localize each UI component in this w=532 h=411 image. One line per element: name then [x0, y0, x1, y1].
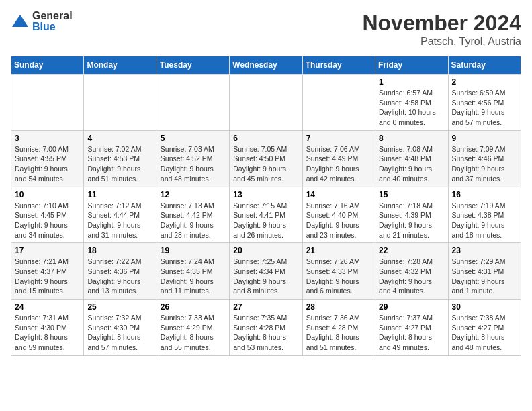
logo-icon [11, 12, 30, 31]
calendar-cell: 10Sunrise: 7:10 AM Sunset: 4:45 PM Dayli… [11, 187, 84, 243]
day-info: Sunrise: 7:35 AM Sunset: 4:28 PM Dayligh… [233, 313, 298, 353]
day-number: 21 [306, 246, 371, 255]
calendar-cell: 6Sunrise: 7:05 AM Sunset: 4:50 PM Daylig… [230, 130, 302, 187]
calendar-cell: 25Sunrise: 7:32 AM Sunset: 4:30 PM Dayli… [84, 300, 157, 356]
day-info: Sunrise: 7:18 AM Sunset: 4:39 PM Dayligh… [379, 201, 444, 240]
day-number: 25 [87, 302, 152, 312]
day-info: Sunrise: 7:19 AM Sunset: 4:38 PM Dayligh… [452, 201, 517, 240]
calendar-cell: 22Sunrise: 7:28 AM Sunset: 4:32 PM Dayli… [375, 243, 448, 300]
day-info: Sunrise: 7:29 AM Sunset: 4:31 PM Dayligh… [452, 257, 517, 296]
location-title: Patsch, Tyrol, Austria [362, 36, 521, 48]
logo-text: General Blue [32, 11, 73, 32]
calendar-week-row: 17Sunrise: 7:21 AM Sunset: 4:37 PM Dayli… [11, 243, 521, 300]
svg-marker-0 [12, 15, 28, 27]
day-info: Sunrise: 7:38 AM Sunset: 4:27 PM Dayligh… [452, 313, 517, 353]
day-info: Sunrise: 7:15 AM Sunset: 4:41 PM Dayligh… [233, 201, 298, 240]
calendar-cell: 24Sunrise: 7:31 AM Sunset: 4:30 PM Dayli… [11, 300, 84, 356]
day-info: Sunrise: 7:31 AM Sunset: 4:30 PM Dayligh… [15, 313, 80, 353]
calendar-body: 1Sunrise: 6:57 AM Sunset: 4:58 PM Daylig… [11, 75, 521, 356]
day-number: 8 [379, 134, 444, 143]
calendar-cell: 30Sunrise: 7:38 AM Sunset: 4:27 PM Dayli… [448, 300, 521, 356]
day-number: 17 [15, 246, 80, 255]
weekday-header: Thursday [302, 56, 375, 75]
weekday-header: Wednesday [230, 56, 302, 75]
day-info: Sunrise: 7:32 AM Sunset: 4:30 PM Dayligh… [87, 313, 152, 353]
calendar-cell: 18Sunrise: 7:22 AM Sunset: 4:36 PM Dayli… [84, 243, 157, 300]
day-info: Sunrise: 6:59 AM Sunset: 4:56 PM Dayligh… [452, 88, 517, 128]
day-info: Sunrise: 7:03 AM Sunset: 4:52 PM Dayligh… [161, 144, 226, 184]
day-info: Sunrise: 6:57 AM Sunset: 4:58 PM Dayligh… [379, 88, 444, 128]
day-number: 23 [452, 246, 517, 255]
calendar-cell: 16Sunrise: 7:19 AM Sunset: 4:38 PM Dayli… [448, 187, 521, 243]
calendar-week-row: 24Sunrise: 7:31 AM Sunset: 4:30 PM Dayli… [11, 300, 521, 356]
calendar-cell: 19Sunrise: 7:24 AM Sunset: 4:35 PM Dayli… [157, 243, 229, 300]
calendar-cell [230, 75, 302, 131]
calendar-cell: 1Sunrise: 6:57 AM Sunset: 4:58 PM Daylig… [375, 75, 448, 131]
calendar-cell [84, 75, 157, 131]
header: General Blue November 2024 Patsch, Tyrol… [11, 11, 521, 48]
day-number: 28 [306, 302, 371, 312]
day-number: 27 [233, 302, 298, 312]
calendar-cell: 29Sunrise: 7:37 AM Sunset: 4:27 PM Dayli… [375, 300, 448, 356]
logo-blue: Blue [32, 21, 73, 32]
day-number: 13 [233, 190, 298, 199]
day-number: 14 [306, 190, 371, 199]
day-number: 5 [161, 134, 226, 143]
day-number: 1 [379, 77, 444, 87]
calendar-table: SundayMondayTuesdayWednesdayThursdayFrid… [11, 56, 521, 356]
day-info: Sunrise: 7:21 AM Sunset: 4:37 PM Dayligh… [15, 257, 80, 296]
day-info: Sunrise: 7:08 AM Sunset: 4:48 PM Dayligh… [379, 144, 444, 184]
calendar-cell: 28Sunrise: 7:36 AM Sunset: 4:28 PM Dayli… [302, 300, 375, 356]
day-info: Sunrise: 7:05 AM Sunset: 4:50 PM Dayligh… [233, 144, 298, 184]
calendar-cell: 13Sunrise: 7:15 AM Sunset: 4:41 PM Dayli… [230, 187, 302, 243]
calendar-cell: 12Sunrise: 7:13 AM Sunset: 4:42 PM Dayli… [157, 187, 229, 243]
calendar-cell: 2Sunrise: 6:59 AM Sunset: 4:56 PM Daylig… [448, 75, 521, 131]
day-number: 10 [15, 190, 80, 199]
day-info: Sunrise: 7:36 AM Sunset: 4:28 PM Dayligh… [306, 313, 371, 353]
calendar-cell: 27Sunrise: 7:35 AM Sunset: 4:28 PM Dayli… [230, 300, 302, 356]
day-number: 20 [233, 246, 298, 255]
calendar-cell: 7Sunrise: 7:06 AM Sunset: 4:49 PM Daylig… [302, 130, 375, 187]
day-number: 15 [379, 190, 444, 199]
calendar-cell: 8Sunrise: 7:08 AM Sunset: 4:48 PM Daylig… [375, 130, 448, 187]
day-info: Sunrise: 7:26 AM Sunset: 4:33 PM Dayligh… [306, 257, 371, 296]
calendar-cell: 3Sunrise: 7:00 AM Sunset: 4:55 PM Daylig… [11, 130, 84, 187]
day-info: Sunrise: 7:12 AM Sunset: 4:44 PM Dayligh… [87, 201, 152, 240]
day-number: 30 [452, 302, 517, 312]
day-info: Sunrise: 7:00 AM Sunset: 4:55 PM Dayligh… [15, 144, 80, 184]
calendar-cell [302, 75, 375, 131]
weekday-header: Friday [375, 56, 448, 75]
day-number: 2 [452, 77, 517, 87]
day-info: Sunrise: 7:02 AM Sunset: 4:53 PM Dayligh… [87, 144, 152, 184]
day-info: Sunrise: 7:16 AM Sunset: 4:40 PM Dayligh… [306, 201, 371, 240]
day-number: 3 [15, 134, 80, 143]
calendar-cell: 17Sunrise: 7:21 AM Sunset: 4:37 PM Dayli… [11, 243, 84, 300]
calendar-cell: 20Sunrise: 7:25 AM Sunset: 4:34 PM Dayli… [230, 243, 302, 300]
day-info: Sunrise: 7:24 AM Sunset: 4:35 PM Dayligh… [161, 257, 226, 296]
calendar-cell: 26Sunrise: 7:33 AM Sunset: 4:29 PM Dayli… [157, 300, 229, 356]
day-info: Sunrise: 7:37 AM Sunset: 4:27 PM Dayligh… [379, 313, 444, 353]
calendar-week-row: 3Sunrise: 7:00 AM Sunset: 4:55 PM Daylig… [11, 130, 521, 187]
day-number: 26 [161, 302, 226, 312]
day-number: 22 [379, 246, 444, 255]
weekday-header: Tuesday [157, 56, 229, 75]
day-number: 4 [87, 134, 152, 143]
calendar-cell: 9Sunrise: 7:09 AM Sunset: 4:46 PM Daylig… [448, 130, 521, 187]
day-number: 7 [306, 134, 371, 143]
day-info: Sunrise: 7:13 AM Sunset: 4:42 PM Dayligh… [161, 201, 226, 240]
calendar-header: SundayMondayTuesdayWednesdayThursdayFrid… [11, 56, 521, 75]
weekday-header: Saturday [448, 56, 521, 75]
calendar-week-row: 1Sunrise: 6:57 AM Sunset: 4:58 PM Daylig… [11, 75, 521, 131]
calendar-cell: 21Sunrise: 7:26 AM Sunset: 4:33 PM Dayli… [302, 243, 375, 300]
day-number: 24 [15, 302, 80, 312]
weekday-header: Monday [84, 56, 157, 75]
day-number: 16 [452, 190, 517, 199]
day-info: Sunrise: 7:33 AM Sunset: 4:29 PM Dayligh… [161, 313, 226, 353]
day-info: Sunrise: 7:10 AM Sunset: 4:45 PM Dayligh… [15, 201, 80, 240]
calendar-cell: 15Sunrise: 7:18 AM Sunset: 4:39 PM Dayli… [375, 187, 448, 243]
day-info: Sunrise: 7:28 AM Sunset: 4:32 PM Dayligh… [379, 257, 444, 296]
calendar-week-row: 10Sunrise: 7:10 AM Sunset: 4:45 PM Dayli… [11, 187, 521, 243]
calendar-cell: 11Sunrise: 7:12 AM Sunset: 4:44 PM Dayli… [84, 187, 157, 243]
calendar-cell: 5Sunrise: 7:03 AM Sunset: 4:52 PM Daylig… [157, 130, 229, 187]
day-number: 12 [161, 190, 226, 199]
